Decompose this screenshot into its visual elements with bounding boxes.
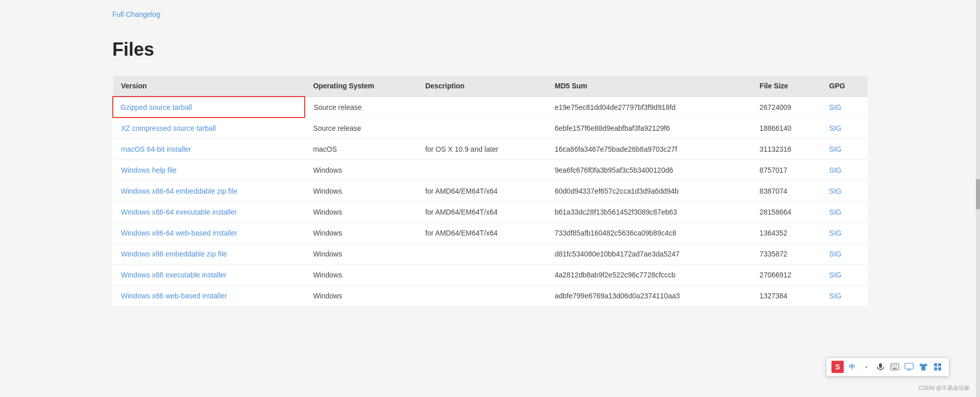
gpg-cell: SIG	[821, 286, 868, 307]
os-cell: Source release	[305, 118, 417, 139]
gpg-cell: SIG	[821, 223, 868, 244]
sig-link[interactable]: SIG	[829, 271, 842, 279]
sig-link[interactable]: SIG	[829, 208, 842, 216]
svg-rect-18	[938, 367, 941, 370]
svg-rect-17	[934, 367, 937, 370]
sig-link[interactable]: SIG	[829, 292, 842, 300]
md5-cell: 9ea6fc676f0fa3b95af3c5b3400120d6	[547, 160, 751, 181]
gpg-cell: SIG	[821, 97, 868, 118]
table-row: Windows x86 embeddable zip fileWindowsd8…	[113, 244, 868, 265]
version-link[interactable]: Windows x86-64 web-based installer	[121, 229, 237, 237]
version-link[interactable]: XZ compressed source tarball	[121, 124, 216, 132]
col-description: Description	[417, 76, 547, 97]
screen-toolbar-icon[interactable]	[903, 361, 915, 373]
table-row: macOS 64-bit installermacOSfor OS X 10.9…	[113, 139, 868, 160]
table-row: Windows x86-64 executable installerWindo…	[113, 202, 868, 223]
md5-cell: adbfe799e6769a13d06d0a2374110aa3	[547, 286, 751, 307]
table-row: Windows x86-64 web-based installerWindow…	[113, 223, 868, 244]
description-cell: for AMD64/EM64T/x64	[417, 202, 547, 223]
md5-cell: b61a33dc28f13b561452f3089c87eb63	[547, 202, 751, 223]
version-link[interactable]: Windows x86 executable installer	[121, 271, 227, 279]
os-cell: Windows	[305, 223, 417, 244]
size-cell: 27066912	[751, 265, 821, 286]
md5-cell: 733df85afb160482c5636ca09b89c4c8	[547, 223, 751, 244]
scrollbar-thumb[interactable]	[976, 179, 980, 209]
dot-toolbar-icon[interactable]: •	[860, 361, 872, 373]
description-cell	[417, 244, 547, 265]
os-cell: Windows	[305, 202, 417, 223]
sig-link[interactable]: SIG	[829, 103, 842, 111]
sig-link[interactable]: SIG	[829, 187, 842, 195]
sig-link[interactable]: SIG	[829, 124, 842, 132]
size-cell: 28158664	[751, 202, 821, 223]
description-cell	[417, 160, 547, 181]
md5-cell: 6ebfe157f6e88d9eabfbaf3fa92129f6	[547, 118, 751, 139]
gpg-cell: SIG	[821, 118, 868, 139]
size-cell: 26724009	[751, 97, 821, 118]
description-cell	[417, 118, 547, 139]
size-cell: 7335872	[751, 244, 821, 265]
description-cell: for AMD64/EM64T/x64	[417, 181, 547, 202]
col-md5: MD5 Sum	[547, 76, 751, 97]
gpg-cell: SIG	[821, 202, 868, 223]
version-link[interactable]: Windows help file	[121, 166, 177, 174]
col-gpg: GPG	[821, 76, 868, 97]
version-link[interactable]: Windows x86-64 executable installer	[121, 208, 237, 216]
scrollbar[interactable]	[976, 0, 980, 397]
sig-link[interactable]: SIG	[829, 145, 842, 153]
os-cell: Windows	[305, 265, 417, 286]
gpg-cell: SIG	[821, 160, 868, 181]
size-cell: 1364352	[751, 223, 821, 244]
gpg-cell: SIG	[821, 265, 868, 286]
md5-cell: 16ca86fa3467e75bade26b8a9703c27f	[547, 139, 751, 160]
sig-link[interactable]: SIG	[829, 250, 842, 258]
table-row: Windows x86 web-based installerWindowsad…	[113, 286, 868, 307]
shirt-toolbar-icon[interactable]	[917, 361, 929, 373]
md5-cell: d81fc534080e10bb4172ad7ae3da5247	[547, 244, 751, 265]
size-cell: 8387074	[751, 181, 821, 202]
description-cell	[417, 97, 547, 118]
s-toolbar-icon[interactable]: S	[831, 361, 844, 373]
size-cell: 18866140	[751, 118, 821, 139]
os-cell: Windows	[305, 160, 417, 181]
os-cell: Windows	[305, 244, 417, 265]
os-cell: Windows	[305, 286, 417, 307]
watermark: CSDN @不易金玩家	[919, 384, 970, 392]
description-cell	[417, 286, 547, 307]
table-header: Version Operating System Description MD5…	[113, 76, 868, 97]
sig-link[interactable]: SIG	[829, 229, 842, 237]
gpg-cell: SIG	[821, 244, 868, 265]
version-link[interactable]: Windows x86 embeddable zip file	[121, 250, 227, 258]
md5-cell: e19e75ec81dd04de27797bf3f9d918fd	[547, 97, 751, 118]
table-row: Windows help fileWindows9ea6fc676f0fa3b9…	[113, 160, 868, 181]
version-link[interactable]: Windows x86 web-based installer	[121, 292, 227, 300]
table-body: Gzipped source tarballSource releasee19e…	[113, 97, 868, 307]
gpg-cell: SIG	[821, 181, 868, 202]
version-link[interactable]: macOS 64-bit installer	[121, 145, 191, 153]
size-cell: 31132316	[751, 139, 821, 160]
zh-toolbar-icon[interactable]: 中	[846, 361, 858, 373]
files-title: Files	[112, 39, 868, 60]
grid-toolbar-icon[interactable]	[932, 361, 944, 373]
os-cell: Windows	[305, 181, 417, 202]
os-cell: Source release	[305, 97, 417, 118]
svg-rect-16	[938, 363, 941, 366]
keyboard-toolbar-icon[interactable]	[889, 361, 901, 373]
floating-toolbar: S 中 •	[826, 357, 949, 377]
col-os: Operating System	[305, 76, 417, 97]
svg-rect-0	[879, 363, 882, 368]
files-table: Version Operating System Description MD5…	[112, 76, 868, 307]
version-link[interactable]: Windows x86-64 embeddable zip file	[121, 187, 237, 195]
full-changelog-link[interactable]: Full Changelog	[112, 10, 160, 18]
md5-cell: 4a2812db8ab9f2e522c96c7728cfcccb	[547, 265, 751, 286]
version-link[interactable]: Gzipped source tarball	[120, 103, 192, 111]
header-row: Version Operating System Description MD5…	[113, 76, 868, 97]
table-row: Gzipped source tarballSource releasee19e…	[113, 97, 868, 118]
sig-link[interactable]: SIG	[829, 166, 842, 174]
size-cell: 1327384	[751, 286, 821, 307]
mic-toolbar-icon[interactable]	[874, 361, 887, 373]
size-cell: 8757017	[751, 160, 821, 181]
os-cell: macOS	[305, 139, 417, 160]
table-row: Windows x86 executable installerWindows4…	[113, 265, 868, 286]
col-size: File Size	[751, 76, 821, 97]
